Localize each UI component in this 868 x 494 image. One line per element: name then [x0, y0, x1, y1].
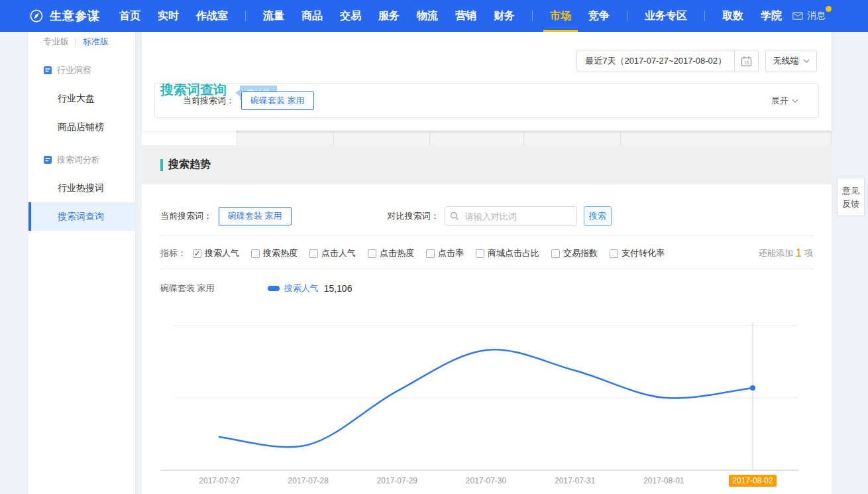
checkbox-icon[interactable] [426, 249, 435, 258]
highlighted-date-label: 2017-08-02 [732, 476, 773, 485]
metric-checkbox-点击热度[interactable]: 点击热度 [368, 247, 414, 259]
metric-label: 支付转化率 [622, 247, 665, 259]
current-term-filter-box: 当前搜索词： 碗碟套装 家用 展开 [154, 83, 819, 118]
metric-checkbox-搜索热度[interactable]: 搜索热度 [251, 247, 298, 259]
checkbox-icon[interactable] [251, 249, 260, 258]
search-button[interactable]: 搜索 [584, 206, 612, 226]
metric-checkbox-支付转化率[interactable]: 支付转化率 [610, 247, 665, 259]
current-term-label: 当前搜索词： [183, 95, 235, 107]
sidebar-group-行业洞察: 行业洞察 [28, 56, 135, 84]
date-range-picker[interactable]: 最近7天（2017-07-27~2017-08-02） 15 [576, 50, 759, 72]
current-term-label: 当前搜索词： [160, 210, 212, 222]
nav-item-交易[interactable]: 交易 [340, 0, 361, 32]
checkbox-icon[interactable] [476, 249, 484, 258]
tab-cell-2[interactable] [237, 131, 334, 145]
search-icon [450, 212, 459, 221]
sycm-logo-icon [29, 9, 44, 23]
nav-item-学院[interactable]: 学院 [761, 0, 782, 32]
term-compare-row: 当前搜索词： 碗碟套装 家用 对比搜索词： 搜索 [160, 206, 813, 226]
remaining-count: 1 [796, 247, 802, 259]
remaining-suffix: 项 [804, 247, 813, 259]
metric-tabstrip [142, 131, 832, 145]
nav-item-商品[interactable]: 商品 [301, 0, 323, 32]
sidebar-group-label: 行业洞察 [57, 64, 91, 76]
chevron-down-icon [803, 59, 810, 63]
nav-item-作战室[interactable]: 作战室 [196, 0, 228, 32]
checkbox-icon[interactable] [368, 249, 376, 258]
section-title: 搜索趋势 [168, 158, 211, 172]
nav-divider [532, 11, 533, 21]
checkbox-icon[interactable] [309, 249, 318, 258]
section-accent-bar [160, 159, 163, 171]
sidebar-item-行业大盘[interactable]: 行业大盘 [28, 84, 135, 113]
report-icon [43, 155, 52, 164]
metric-label: 搜索人气 [205, 247, 239, 259]
tab-cell-3[interactable] [333, 131, 430, 145]
metric-checkbox-交易指数[interactable]: 交易指数 [551, 247, 598, 259]
checkbox-icon[interactable] [610, 249, 618, 258]
messages-button[interactable]: 消息 [792, 10, 826, 22]
nav-item-营销[interactable]: 营销 [455, 0, 476, 32]
metric-label: 点击率 [438, 247, 464, 259]
nav-item-流量[interactable]: 流量 [263, 0, 284, 32]
compare-input-wrap [445, 206, 577, 226]
version-tab-standard[interactable]: 标准版 [83, 36, 109, 48]
metric-checkbox-点击率[interactable]: 点击率 [426, 247, 464, 259]
expand-link[interactable]: 展开 [771, 95, 798, 107]
page-header-card: 搜索词查询 累计值 最近7天（2017-07-27~2017-08-02） 15… [142, 32, 832, 131]
chevron-down-icon [792, 99, 798, 103]
legend-line-marker [268, 286, 280, 291]
x-axis-label: 2017-07-31 [555, 476, 596, 485]
legend-item-search-popularity[interactable]: 搜索人气 15,106 [268, 282, 353, 294]
nav-item-首页[interactable]: 首页 [119, 0, 140, 32]
brand[interactable]: 生意参谋 [29, 8, 100, 24]
compare-term-label: 对比搜索词： [388, 210, 439, 222]
metric-options: ✓搜索人气搜索热度点击人气点击热度点击率商城点击占比交易指数支付转化率 [193, 247, 677, 259]
nav-item-财务[interactable]: 财务 [494, 0, 515, 32]
nav-divider [245, 11, 246, 21]
feedback-button[interactable]: 意见 反馈 [837, 178, 865, 216]
device-select[interactable]: 无线端 [765, 50, 817, 72]
trend-chart: 2017-07-272017-07-282017-07-292017-07-30… [159, 312, 832, 489]
checkbox-checked-icon[interactable]: ✓ [193, 249, 201, 258]
nav-item-取数[interactable]: 取数 [722, 0, 743, 32]
sidebar-menu: 行业洞察行业大盘商品店铺榜搜索词分析行业热搜词搜索词查询 [28, 56, 135, 231]
current-term-tag[interactable]: 碗碟套装 家用 [219, 207, 292, 225]
end-point-dot [750, 385, 755, 391]
metric-checkbox-搜索人气[interactable]: ✓搜索人气 [193, 247, 239, 259]
checkbox-icon[interactable] [551, 249, 560, 258]
metric-checkbox-商城点击占比[interactable]: 商城点击占比 [476, 247, 539, 259]
tab-cell-5[interactable] [523, 131, 621, 145]
nav-menu: 首页实时作战室流量商品交易服务物流营销财务市场竞争业务专区取数学院 [111, 0, 790, 32]
device-select-value: 无线端 [773, 55, 799, 67]
current-term-tag[interactable]: 碗碟套装 家用 [241, 92, 314, 110]
divider [76, 38, 76, 46]
divider [160, 235, 813, 236]
svg-text:15: 15 [744, 60, 749, 65]
sidebar: 专业版 标准版 行业洞察行业大盘商品店铺榜搜索词分析行业热搜词搜索词查询 [28, 32, 136, 494]
notification-badge [826, 6, 832, 12]
nav-item-实时[interactable]: 实时 [158, 0, 179, 32]
line-chart-canvas: 2017-07-272017-07-282017-07-292017-07-30… [159, 312, 832, 489]
nav-item-物流[interactable]: 物流 [417, 0, 438, 32]
tab-cell-6[interactable] [620, 131, 832, 145]
metric-checkbox-点击人气[interactable]: 点击人气 [309, 247, 356, 259]
nav-item-市场[interactable]: 市场 [550, 0, 571, 32]
nav-item-服务[interactable]: 服务 [378, 0, 400, 32]
calendar-icon[interactable]: 15 [734, 50, 758, 72]
sidebar-item-行业热搜词[interactable]: 行业热搜词 [28, 174, 135, 202]
legend-metric-value: 15,106 [324, 283, 353, 294]
version-tab-professional[interactable]: 专业版 [43, 36, 69, 48]
compare-term-input[interactable] [445, 206, 577, 226]
nav-item-竞争[interactable]: 竞争 [588, 0, 610, 32]
tab-cell-1[interactable] [142, 131, 237, 145]
section-header: 搜索趋势 [142, 145, 832, 184]
nav-divider [627, 11, 627, 21]
legend-term: 碗碟套装 家用 [160, 282, 215, 294]
trend-line [219, 349, 753, 447]
app-window: 生意参谋 首页实时作战室流量商品交易服务物流营销财务市场竞争业务专区取数学院 消… [0, 0, 868, 494]
sidebar-item-搜索词查询[interactable]: 搜索词查询 [28, 202, 135, 231]
sidebar-item-商品店铺榜[interactable]: 商品店铺榜 [28, 113, 135, 141]
nav-item-业务专区[interactable]: 业务专区 [645, 0, 687, 32]
tab-cell-4[interactable] [429, 131, 524, 145]
